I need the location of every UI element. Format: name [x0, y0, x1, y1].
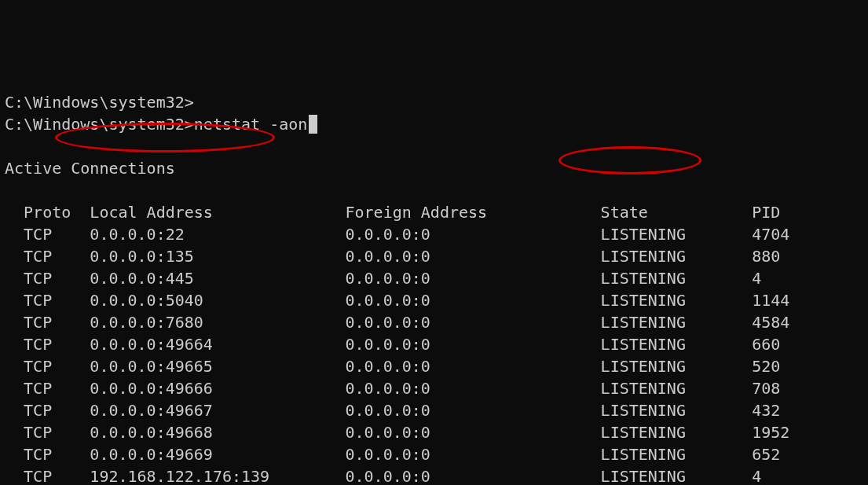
- table-row: TCP 0.0.0.0:135 0.0.0.0:0 LISTENING 880: [5, 245, 863, 267]
- table-row: TCP 0.0.0.0:7680 0.0.0.0:0 LISTENING 458…: [5, 311, 863, 333]
- cursor-icon: [309, 115, 317, 134]
- table-row: TCP 0.0.0.0:49665 0.0.0.0:0 LISTENING 52…: [5, 355, 863, 377]
- blank-line-1: [5, 135, 863, 157]
- blank-line-2: [5, 179, 863, 201]
- section-title: Active Connections: [5, 157, 863, 179]
- prompt-1: C:\Windows\system32>: [5, 93, 194, 112]
- table-row: TCP 0.0.0.0:49669 0.0.0.0:0 LISTENING 65…: [5, 443, 863, 465]
- table-row: TCP 0.0.0.0:49666 0.0.0.0:0 LISTENING 70…: [5, 377, 863, 399]
- table-row: TCP 192.168.122.176:139 0.0.0.0:0 LISTEN…: [5, 465, 863, 485]
- table-row: TCP 0.0.0.0:5040 0.0.0.0:0 LISTENING 114…: [5, 289, 863, 311]
- command-input[interactable]: netstat -aon: [194, 115, 308, 134]
- prompt-2: C:\Windows\system32>: [5, 115, 194, 134]
- table-row: TCP 0.0.0.0:22 0.0.0.0:0 LISTENING 4704: [5, 223, 863, 245]
- header-row: Proto Local Address Foreign Address Stat…: [5, 201, 863, 223]
- table-row: TCP 0.0.0.0:49664 0.0.0.0:0 LISTENING 66…: [5, 333, 863, 355]
- prompt-line-1: C:\Windows\system32>: [5, 91, 863, 113]
- table-row: TCP 0.0.0.0:49667 0.0.0.0:0 LISTENING 43…: [5, 399, 863, 421]
- table-row: TCP 0.0.0.0:445 0.0.0.0:0 LISTENING 4: [5, 267, 863, 289]
- table-row: TCP 0.0.0.0:49668 0.0.0.0:0 LISTENING 19…: [5, 421, 863, 443]
- prompt-line-2[interactable]: C:\Windows\system32>netstat -aon: [5, 113, 863, 135]
- connections-table: TCP 0.0.0.0:22 0.0.0.0:0 LISTENING 4704 …: [5, 223, 863, 485]
